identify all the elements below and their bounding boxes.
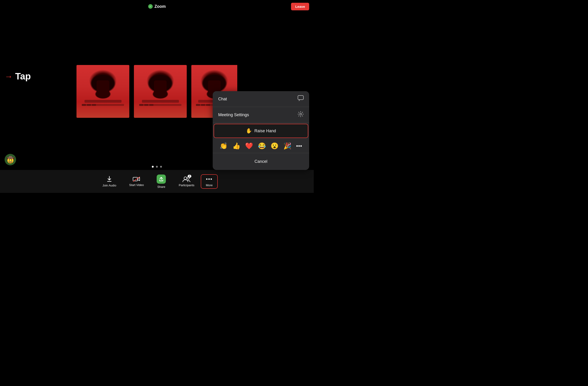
meeting-settings-label: Meeting Settings bbox=[218, 113, 249, 117]
cancel-button[interactable]: Cancel bbox=[217, 155, 305, 168]
start-video-icon bbox=[133, 176, 140, 182]
more-reactions-button[interactable]: ••• bbox=[296, 143, 302, 149]
reaction-surprised[interactable]: 😮 bbox=[271, 142, 279, 150]
leave-button[interactable]: Leave bbox=[291, 3, 309, 10]
reaction-laugh[interactable]: 😂 bbox=[258, 142, 266, 150]
join-audio-label: Join Audio bbox=[103, 184, 116, 187]
more-label: More bbox=[206, 183, 213, 187]
page-dots bbox=[152, 166, 162, 168]
top-bar: ✓ Zoom Leave bbox=[0, 0, 314, 13]
chat-icon bbox=[298, 95, 304, 103]
join-audio-button[interactable]: Join Audio bbox=[96, 174, 123, 189]
participants-label: Participants bbox=[179, 183, 194, 187]
page-dot-2[interactable] bbox=[156, 166, 158, 168]
user-avatar: 🤠 bbox=[5, 154, 16, 165]
share-label: Share bbox=[157, 185, 165, 188]
participants-button[interactable]: 2 Participants bbox=[172, 174, 201, 189]
svg-rect-5 bbox=[298, 96, 303, 100]
more-dots-icon: ••• bbox=[206, 176, 212, 182]
chat-menu-item[interactable]: Chat bbox=[213, 91, 309, 107]
reaction-thumbs-up[interactable]: 👍 bbox=[232, 142, 240, 150]
tile-detail-bar-1 bbox=[84, 100, 122, 103]
more-menu: Chat Meeting Settings ✋ Raise Hand 👏 👍 ❤… bbox=[213, 91, 309, 170]
participant-avatar-2 bbox=[150, 77, 171, 98]
video-tile-1 bbox=[77, 65, 129, 118]
participants-icon: 2 bbox=[183, 176, 190, 182]
svg-point-6 bbox=[300, 113, 302, 115]
raise-hand-emoji: ✋ bbox=[246, 128, 252, 134]
raise-hand-button[interactable]: ✋ Raise Hand bbox=[214, 124, 308, 138]
meeting-settings-menu-item[interactable]: Meeting Settings bbox=[213, 107, 309, 123]
gear-icon bbox=[298, 111, 304, 119]
shield-icon: ✓ bbox=[148, 4, 153, 9]
tap-annotation: → Tap bbox=[5, 71, 31, 81]
tile-detail-bar2-1 bbox=[82, 104, 124, 106]
reaction-heart[interactable]: ❤️ bbox=[245, 142, 253, 150]
start-video-label: Start Video bbox=[129, 183, 144, 187]
more-button[interactable]: ••• More bbox=[201, 174, 218, 189]
participant-avatar-1 bbox=[93, 77, 113, 98]
reactions-row: 👏 👍 ❤️ 😂 😮 🎉 ••• bbox=[213, 139, 309, 153]
tile-detail-bar-2 bbox=[142, 100, 179, 103]
tile-detail-bar2-2 bbox=[139, 104, 181, 106]
join-audio-icon bbox=[106, 176, 113, 182]
start-video-button[interactable]: Start Video bbox=[123, 175, 150, 188]
zoom-title-area: ✓ Zoom bbox=[148, 4, 166, 9]
bottom-toolbar: Join Audio Start Video Share bbox=[0, 170, 314, 193]
reaction-clap[interactable]: 👏 bbox=[220, 142, 228, 150]
raise-hand-label: Raise Hand bbox=[254, 129, 276, 133]
tap-arrow-icon: → bbox=[5, 72, 13, 81]
zoom-title: Zoom bbox=[155, 4, 166, 9]
tap-label: Tap bbox=[15, 71, 31, 81]
svg-point-3 bbox=[184, 177, 187, 180]
reaction-celebrate[interactable]: 🎉 bbox=[283, 142, 292, 150]
more-icon: ••• bbox=[206, 176, 212, 182]
chat-label: Chat bbox=[218, 97, 227, 102]
participants-count: 2 bbox=[188, 175, 191, 178]
share-button[interactable]: Share bbox=[150, 173, 172, 190]
page-dot-3[interactable] bbox=[160, 166, 162, 168]
share-icon bbox=[157, 175, 166, 184]
video-tile-2 bbox=[134, 65, 187, 118]
page-dot-1[interactable] bbox=[152, 166, 154, 168]
